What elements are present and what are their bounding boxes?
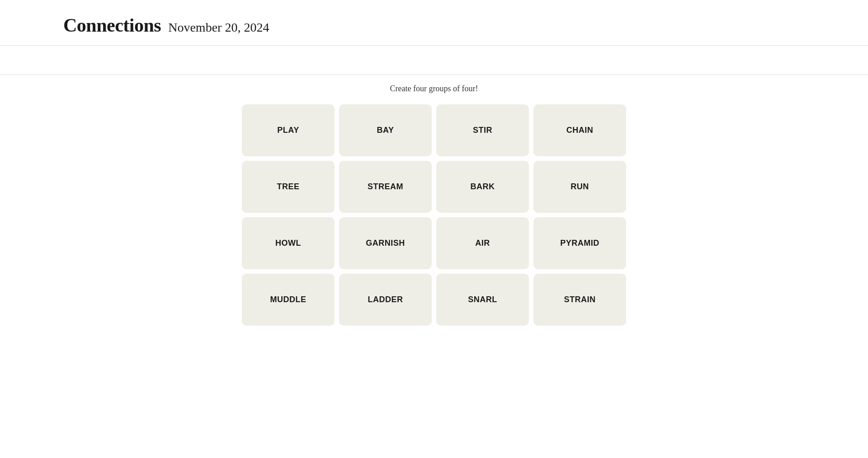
tile-ladder[interactable]: LADDER xyxy=(339,274,432,326)
tile-strain[interactable]: STRAIN xyxy=(533,274,626,326)
game-area: Create four groups of four! PLAYBAYSTIRC… xyxy=(0,75,868,326)
tile-label: MUDDLE xyxy=(270,295,307,304)
tile-snarl[interactable]: SNARL xyxy=(436,274,529,326)
tile-howl[interactable]: HOWL xyxy=(242,217,335,269)
tile-air[interactable]: AIR xyxy=(436,217,529,269)
top-divider xyxy=(0,45,868,46)
tile-label: BAY xyxy=(377,126,394,135)
tile-label: STREAM xyxy=(368,182,403,192)
tile-grid: PLAYBAYSTIRCHAINTREESTREAMBARKRUNHOWLGAR… xyxy=(242,104,626,326)
tile-label: STRAIN xyxy=(564,295,596,304)
tile-garnish[interactable]: GARNISH xyxy=(339,217,432,269)
tile-label: SNARL xyxy=(468,295,497,304)
tile-run[interactable]: RUN xyxy=(533,161,626,213)
tile-label: LADDER xyxy=(368,295,403,304)
tile-label: CHAIN xyxy=(566,126,594,135)
tile-tree[interactable]: TREE xyxy=(242,161,335,213)
tile-label: PLAY xyxy=(277,126,299,135)
spacer-band xyxy=(0,47,868,74)
tile-label: PYRAMID xyxy=(560,238,599,248)
tile-muddle[interactable]: MUDDLE xyxy=(242,274,335,326)
tile-label: STIR xyxy=(473,126,492,135)
tile-label: GARNISH xyxy=(366,238,405,248)
tile-bark[interactable]: BARK xyxy=(436,161,529,213)
header-date: November 20, 2024 xyxy=(168,20,269,35)
tile-chain[interactable]: CHAIN xyxy=(533,104,626,156)
header: Connections November 20, 2024 xyxy=(0,0,868,45)
tile-pyramid[interactable]: PYRAMID xyxy=(533,217,626,269)
tile-label: TREE xyxy=(277,182,299,192)
tile-stir[interactable]: STIR xyxy=(436,104,529,156)
tile-label: BARK xyxy=(471,182,495,192)
tile-label: AIR xyxy=(475,238,490,248)
tile-label: RUN xyxy=(571,182,589,192)
subtitle: Create four groups of four! xyxy=(390,84,478,93)
tile-play[interactable]: PLAY xyxy=(242,104,335,156)
tile-bay[interactable]: BAY xyxy=(339,104,432,156)
tile-label: HOWL xyxy=(275,238,301,248)
tile-stream[interactable]: STREAM xyxy=(339,161,432,213)
page-title: Connections xyxy=(63,14,161,36)
